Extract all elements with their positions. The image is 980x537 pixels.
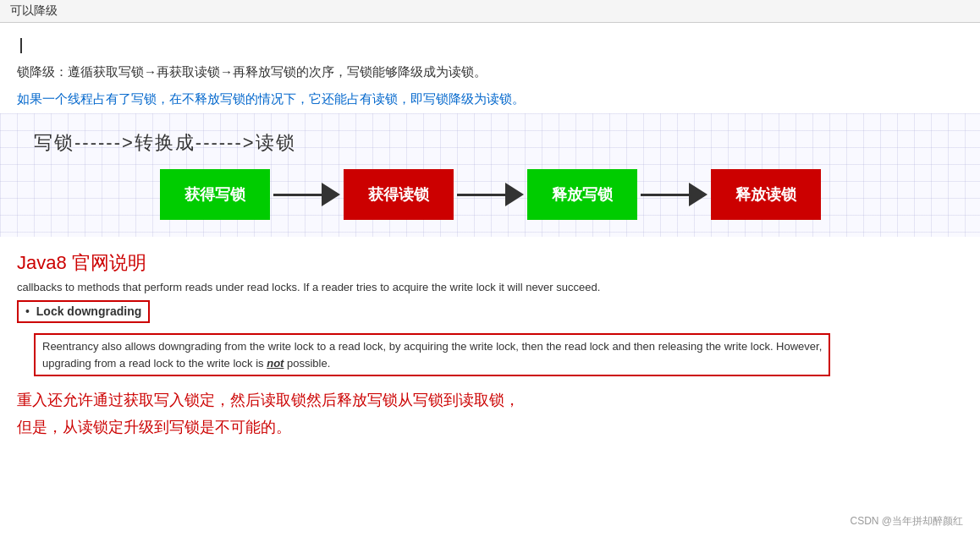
page-wrapper: 可以降级 锁降级：遵循获取写锁→再获取读锁→再释放写锁的次序，写锁能够降级成为读… (0, 0, 980, 537)
arrow-1 (273, 183, 340, 206)
flow-box-get-read: 获得读锁 (344, 169, 454, 220)
arrow-body-3 (641, 194, 691, 196)
reentrancy-box: Reentrancy also allows downgrading from … (34, 333, 830, 376)
arrow-head-2 (505, 183, 524, 206)
api-text: callbacks to methods that perform reads … (17, 281, 963, 293)
flow-box-get-write: 获得写锁 (160, 169, 270, 220)
chinese-summary-line1: 重入还允许通过获取写入锁定，然后读取锁然后释放写锁从写锁到读取锁， (17, 386, 963, 414)
intro-line2: 如果一个线程占有了写锁，在不释放写锁的情况下，它还能占有读锁，即写锁降级为读锁。 (17, 89, 963, 111)
reentrancy-text-3: possible. (284, 357, 330, 370)
diagram-section: 写锁------>转换成------>读锁 获得写锁 获得读锁 (0, 113, 980, 237)
reentrancy-text-2: upgrading from a read lock to the write … (42, 357, 267, 370)
top-bar: 可以降级 (0, 0, 980, 23)
lock-downgrading-box: • Lock downgrading (17, 300, 150, 323)
main-content: 锁降级：遵循获取写锁→再获取读锁→再释放写锁的次序，写锁能够降级成为读锁。 如果… (0, 23, 980, 458)
arrow-2 (457, 183, 524, 206)
arrow-body-1 (273, 194, 324, 196)
arrow-3 (641, 183, 707, 206)
diagram-title: 写锁------>转换成------>读锁 (34, 130, 946, 156)
flow-diagram: 获得写锁 获得读锁 释放写锁 (34, 169, 946, 220)
reentrancy-not: not (267, 357, 284, 370)
flow-box-release-read: 释放读锁 (711, 169, 821, 220)
arrow-body-2 (457, 194, 508, 196)
chinese-summary-line2: 但是，从读锁定升级到写锁是不可能的。 (17, 414, 963, 441)
reentrancy-text-1: Reentrancy also allows downgrading from … (42, 340, 822, 353)
lock-downgrading-wrapper: • Lock downgrading (17, 297, 963, 326)
reentrancy-wrapper: Reentrancy also allows downgrading from … (34, 330, 963, 380)
bullet-icon: • (25, 304, 33, 318)
arrow-head-1 (322, 183, 340, 206)
flow-box-release-write: 释放写锁 (527, 169, 637, 220)
lock-downgrading-label: • Lock downgrading (25, 304, 141, 318)
csdn-watermark: CSDN @当年拼却醉颜红 (850, 514, 963, 529)
java8-title: Java8 官网说明 (17, 250, 963, 276)
intro-line1: 锁降级：遵循获取写锁→再获取读锁→再释放写锁的次序，写锁能够降级成为读锁。 (17, 62, 963, 84)
java8-section: Java8 官网说明 callbacks to methods that per… (17, 250, 963, 441)
cursor (20, 38, 22, 53)
arrow-head-3 (689, 183, 707, 206)
chinese-summary: 重入还允许通过获取写入锁定，然后读取锁然后释放写锁从写锁到读取锁， 但是，从读锁… (17, 386, 963, 441)
top-bar-label: 可以降级 (10, 4, 58, 17)
